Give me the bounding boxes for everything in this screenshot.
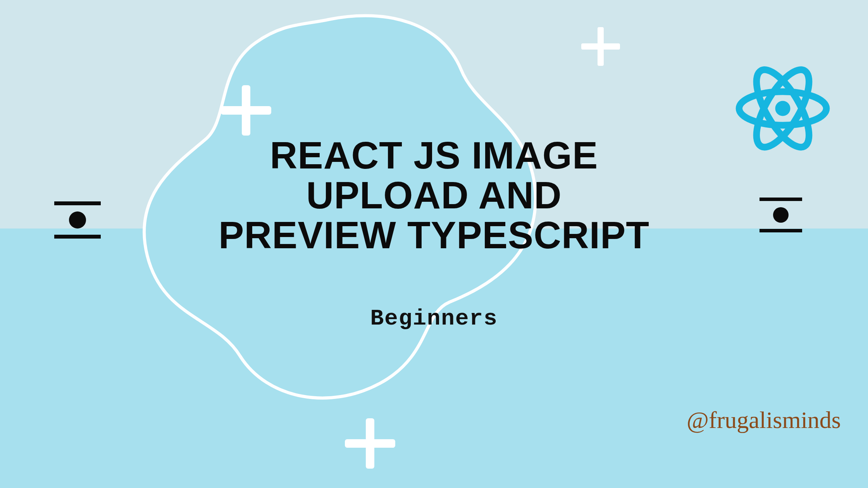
plus-icon: [221, 85, 271, 136]
subtitle: Beginners: [370, 306, 498, 331]
title-line: UPLOAD AND: [202, 175, 666, 215]
main-title: REACT JS IMAGE UPLOAD AND PREVIEW TYPESC…: [202, 136, 666, 255]
author-handle: @frugalisminds: [687, 406, 841, 434]
react-logo-icon: [732, 58, 833, 159]
banner-stage: REACT JS IMAGE UPLOAD AND PREVIEW TYPESC…: [0, 0, 868, 488]
title-line: REACT JS IMAGE: [202, 136, 666, 175]
svg-point-3: [775, 101, 790, 116]
title-line: PREVIEW TYPESCRIPT: [202, 215, 666, 255]
plus-icon: [345, 418, 395, 469]
divide-ornament: [54, 201, 101, 239]
plus-icon: [581, 27, 620, 66]
divide-ornament: [760, 198, 802, 232]
